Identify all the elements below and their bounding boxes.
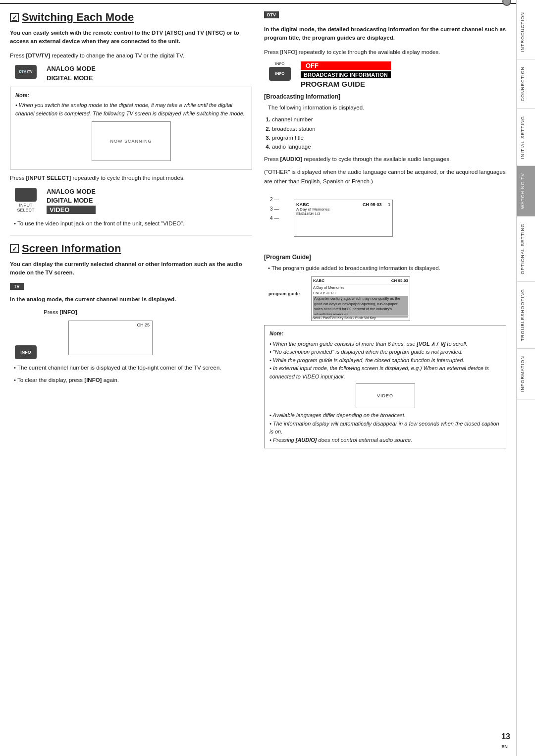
scanning-text: NOW SCANNING — [110, 138, 152, 145]
mode-labels-1: ANALOG MODE DIGITAL MODE — [47, 65, 96, 82]
note-text: • When you switch the analog mode to the… — [15, 101, 247, 117]
channel-display: KABC CH 95-03 1 A Day of Memories ENGLIS… — [294, 200, 393, 237]
ch-station: KABC — [296, 202, 309, 207]
ch25-text: CH 25 — [137, 323, 150, 327]
broadcast-item-4: audio language — [272, 142, 506, 151]
info-btn-cycle: INFO — [269, 67, 291, 81]
scanning-screen: NOW SCANNING — [92, 121, 171, 161]
section1-title: ✓ Switching Each Mode — [10, 11, 252, 24]
video-screen-text: VIDEO — [377, 393, 393, 400]
input-select-label: INPUTSELECT — [17, 203, 34, 213]
guide-channel: CH 95-03 — [391, 278, 408, 283]
digital-mode-label: DIGITAL MODE — [47, 74, 96, 82]
mode-diagram-1: DTV/TV ANALOG MODE DIGITAL MODE — [15, 65, 252, 82]
page-en: EN — [501, 744, 508, 749]
section2-intro: You can display the currently selected c… — [10, 260, 252, 277]
section3-press-info: Press [INFO] repeatedly to cycle through… — [264, 48, 506, 56]
ch-program: A Day of Memories — [296, 207, 390, 212]
ch-num2: 2 — — [270, 195, 279, 204]
ch-lang: ENGLISH 1/3 — [296, 212, 390, 216]
checkbox-icon: ✓ — [10, 13, 19, 22]
guide-station: KABC — [313, 278, 324, 283]
info-btn-outer: INFO INFO — [269, 61, 291, 81]
input-select-text: Press [INPUT SELECT] repeatedly to cycle… — [10, 173, 252, 182]
video-screen: VIDEO — [356, 383, 415, 408]
program-guide-title: [Program Guide] — [264, 254, 506, 261]
sidebar-tab-optional-setting[interactable]: OPTIONAL SETTING — [517, 216, 535, 282]
divider-1 — [10, 235, 252, 235]
channel-display-wrapper: 2 — 3 — 4 — KABC CH 95-03 1 — [284, 195, 403, 242]
section1-title-text: Switching Each Mode — [22, 11, 134, 24]
note-box-1: Note: • When you switch the analog mode … — [10, 87, 252, 170]
program-guide-section: [Program Guide] • The program guide adde… — [264, 254, 506, 448]
page-number: 13 — [501, 732, 510, 741]
section2-title-text: Screen Information — [22, 242, 121, 255]
sidebar-tab-troubleshooting[interactable]: TROUBLESHOOTING — [517, 282, 535, 349]
sidebar-tab-watching-tv[interactable]: WATCHING TV — [517, 166, 535, 216]
top-bar — [0, 0, 516, 4]
broadcast-item-1: channel number — [272, 115, 506, 124]
video-label: VIDEO — [47, 206, 96, 214]
dtv-tv-button: DTV/TV — [15, 65, 37, 79]
video-bullet: • To use the video input jack on the fro… — [14, 219, 252, 228]
digital-mode-label2: DIGITAL MODE — [47, 197, 96, 204]
ch25-area: Press [INFO]. CH 25 — [44, 308, 252, 359]
program-guide-label: PROGRAM GUIDE — [301, 80, 391, 88]
screen-info-group: INFO Press [INFO]. CH 25 — [15, 308, 252, 359]
broadcasting-label: BROADCASTING INFORMATION — [301, 71, 391, 78]
ch-display-bullet1: • The current channel number is displaye… — [14, 363, 252, 372]
sidebar-tab-connection[interactable]: CONNECTION — [517, 59, 535, 109]
input-label-group: ANALOG MODE DIGITAL MODE VIDEO — [47, 188, 96, 214]
input-select-button — [15, 188, 37, 202]
guide-lang: ENGLISH 1/3 — [313, 291, 408, 296]
ch-display-bullet2: • To clear the display, press [INFO] aga… — [14, 376, 252, 384]
sidebar: INTRODUCTION CONNECTION INITIAL SETTING … — [516, 0, 535, 756]
input-diagram: INPUTSELECT ANALOG MODE DIGITAL MODE VID… — [15, 188, 252, 214]
ch-num1: 1 — [388, 202, 390, 207]
guide-label: program guide — [268, 291, 300, 296]
cycle-diagram: INFO INFO OFF BROADCASTING INFORMATION P… — [269, 61, 506, 88]
dtv-tv-text: Press [DTV/TV] repeatedly to change the … — [10, 51, 252, 60]
press-info-text: Press [INFO]. — [44, 308, 252, 317]
info-caption: INFO — [275, 61, 284, 66]
info-button-group: INFO — [15, 345, 37, 359]
broadcast-section-title: [Broadcasting Information] — [264, 93, 506, 100]
info-button: INFO — [15, 345, 37, 359]
guide-display-wrapper: program guide KABC CH 95-03 A Day of Mem… — [291, 276, 506, 321]
guide-display: KABC CH 95-03 A Day of Memories ENGLISH … — [311, 276, 410, 321]
off-label: OFF — [301, 61, 391, 70]
sidebar-tab-initial-setting[interactable]: INITIAL SETTING — [517, 109, 535, 166]
analog-mode-label2: ANALOG MODE — [47, 188, 96, 195]
guide-footer: Next - Push Vol Key Back - Push Vol Key — [313, 315, 409, 320]
section3-intro: In the digital mode, the detailed broadc… — [264, 25, 506, 43]
ch-channel: CH 95-03 — [363, 202, 382, 207]
guide-highlight: A quarter-century ago, which may now qua… — [313, 296, 408, 318]
dtv-tv-button-group: DTV/TV — [15, 65, 37, 79]
note-box-2: Note: • When the program guide consists … — [264, 325, 506, 448]
analog-mode-label: ANALOG MODE — [47, 65, 96, 72]
program-guide-bullet: • The program guide added to broadcastin… — [268, 264, 506, 272]
sidebar-tab-introduction[interactable]: INTRODUCTION — [517, 5, 535, 59]
dtv-badge: DTV — [264, 11, 279, 18]
broadcast-list: channel number broadcast station program… — [272, 115, 506, 152]
section2-title: ✓ Screen Information — [10, 242, 252, 255]
info-btn-text: INFO — [20, 350, 31, 355]
ch-num3: 3 — — [270, 204, 279, 214]
sidebar-tab-information[interactable]: INFORMATION — [517, 348, 535, 399]
ch-side-numbers: 2 — 3 — 4 — — [270, 195, 279, 223]
analog-note: In the analog mode, the current channel … — [10, 295, 252, 304]
left-column: ✓ Switching Each Mode You can easily swi… — [10, 11, 252, 452]
audio-note: ("OTHER" is displayed when the audio lan… — [264, 167, 506, 186]
guide-program: A Day of Memories — [313, 285, 408, 291]
ch25-screen: CH 25 — [68, 321, 153, 355]
broadcast-item-3: program title — [272, 133, 506, 142]
broadcast-bullet: The following information is displayed. — [268, 103, 506, 112]
checkbox-icon-2: ✓ — [10, 244, 19, 253]
section1-intro: You can easily switch with the remote co… — [10, 29, 252, 46]
guide-header: KABC CH 95-03 — [313, 278, 408, 284]
broadcast-item-2: broadcast station — [272, 124, 506, 133]
right-column: DTV In the digital mode, the detailed br… — [264, 11, 506, 452]
tv-badge: TV — [10, 283, 24, 290]
press-audio-text: Press [AUDIO] repeatedly to cycle throug… — [264, 155, 506, 163]
ch-num4: 4 — — [270, 214, 279, 223]
